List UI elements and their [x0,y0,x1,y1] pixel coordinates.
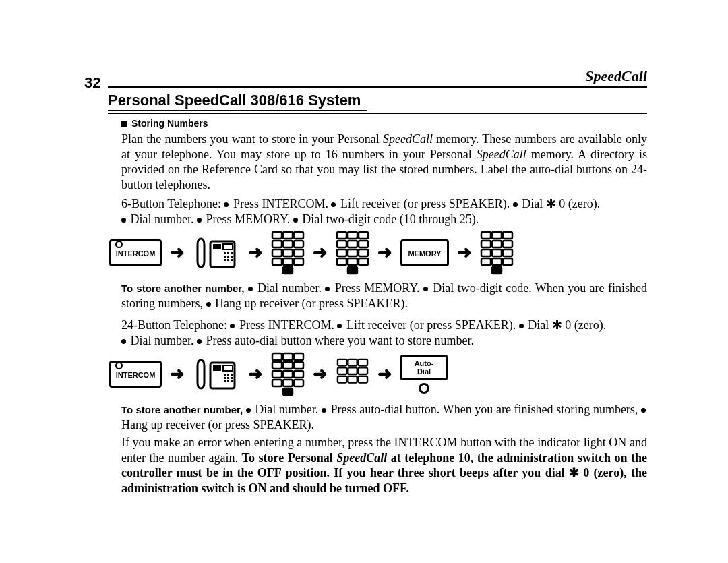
svg-rect-64 [283,353,293,360]
autodial-button-icon: Auto-Dial [400,355,448,394]
svg-rect-54 [224,374,226,376]
svg-rect-76 [338,359,346,366]
svg-rect-9 [224,259,226,261]
memory-button-icon: MEMORY [400,239,449,266]
svg-rect-63 [272,353,282,360]
arrow-right-icon: ➜ [248,244,263,262]
text: Dial two-digit code. When you are [433,281,604,295]
svg-rect-71 [294,371,303,378]
text: Press MEMORY. [335,281,423,295]
svg-rect-16 [283,241,293,247]
svg-rect-50 [492,267,502,274]
svg-rect-72 [272,380,282,386]
svg-rect-37 [348,267,357,274]
svg-rect-19 [283,249,293,256]
diagram-row-6button: INTERCOM ➜ ➜ ➜ ➜ MEMORY ➜ [109,231,647,275]
bullet-icon [331,202,336,207]
keypad-small-icon [336,358,369,390]
section-title-wrap: Personal SpeedCall 308/616 System [108,92,647,114]
svg-rect-4 [227,252,229,254]
text-bold-italic: SpeedCall [336,451,387,465]
svg-rect-70 [283,371,293,378]
handset-phone-icon [193,235,240,271]
button-label: INTERCOM [114,249,157,258]
svg-rect-68 [294,362,303,369]
text-italic: SpeedCall [477,148,526,161]
text: Dial number. [131,334,197,347]
text: Lift receiver (or press SPEAKER). [346,318,519,332]
svg-rect-21 [272,258,282,265]
svg-rect-61 [227,380,229,382]
svg-rect-8 [231,256,233,258]
twentyfour-button-steps: 24-Button Telephone: Press INTERCOM. Lif… [121,318,647,348]
arrow-right-icon: ➜ [248,365,263,383]
text: Press INTERCOM. [239,318,338,332]
text: Lift receiver (or press SPEAKER). [340,197,513,210]
svg-rect-47 [481,258,491,265]
svg-rect-79 [338,367,346,374]
arrow-right-icon: ➜ [313,365,328,383]
square-bullet-icon [121,121,127,127]
svg-rect-45 [492,249,502,256]
svg-rect-28 [337,241,346,247]
text: 6-Button Telephone: [121,197,224,210]
page: 32 SpeedCall Personal SpeedCall 308/616 … [0,0,728,563]
text: Dial ✱ 0 (zero). [522,197,600,210]
svg-rect-17 [294,241,303,247]
arrow-right-icon: ➜ [170,365,185,383]
text-italic: SpeedCall [383,132,433,146]
svg-rect-31 [337,249,346,256]
svg-rect-75 [283,388,293,395]
bullet-icon [206,302,211,307]
svg-rect-20 [294,249,303,256]
svg-rect-69 [272,371,282,378]
svg-rect-39 [492,232,502,239]
bullet-icon [322,408,326,413]
svg-rect-67 [283,362,293,369]
bullet-icon [513,202,518,207]
svg-rect-49 [503,258,512,265]
error-paragraph: If you make an error when entering a num… [121,435,647,496]
svg-rect-80 [348,367,357,374]
svg-rect-83 [348,376,357,383]
arrow-right-icon: ➜ [377,244,392,262]
svg-rect-24 [283,267,293,274]
intercom-button-icon: INTERCOM [109,361,162,388]
bullet-icon [224,202,229,207]
text: Press INTERCOM. [233,197,332,210]
keypad-icon [480,231,514,275]
text: Hang up receiver (or press SPEAKER). [121,418,314,432]
text-bold: To store Personal [242,451,337,465]
bullet-icon [121,339,126,344]
text: Hang up receiver (or press SPEAKER). [215,297,408,310]
store-another-6btn: To store another number, Dial number. Pr… [121,280,647,311]
svg-rect-78 [359,359,367,366]
text: Dial number. [131,212,197,226]
svg-rect-30 [359,241,368,247]
text: Dial two-digit code (10 through 25). [302,212,479,226]
text: 24-Button Telephone: [121,318,230,332]
subheading-storing-numbers: Storing Numbers [121,118,647,129]
text: Plan the numbers you want to store in yo… [121,132,383,146]
text: Dial number. [257,281,325,295]
six-button-steps: 6-Button Telephone: Press INTERCOM. Lift… [121,196,647,227]
text: numbers, [593,403,641,416]
text-bold: To store another number, [121,283,248,294]
text: Press MEMORY. [206,212,293,226]
svg-rect-23 [294,258,303,265]
svg-rect-11 [231,259,233,261]
svg-rect-26 [348,232,357,239]
indicator-lamp-icon [115,241,123,248]
button-label: INTERCOM [114,371,157,379]
bullet-icon [641,408,646,413]
text: Dial number. [255,403,322,416]
svg-rect-6 [224,256,226,258]
keypad-icon [271,352,305,396]
svg-rect-62 [231,380,233,382]
svg-rect-60 [224,380,226,382]
keypad-icon [271,231,305,275]
store-another-24btn: To store another number, Dial number. Pr… [121,402,647,432]
bullet-icon [519,324,524,328]
arrow-right-icon: ➜ [170,244,185,262]
section-title: Personal SpeedCall 308/616 System [108,92,367,111]
